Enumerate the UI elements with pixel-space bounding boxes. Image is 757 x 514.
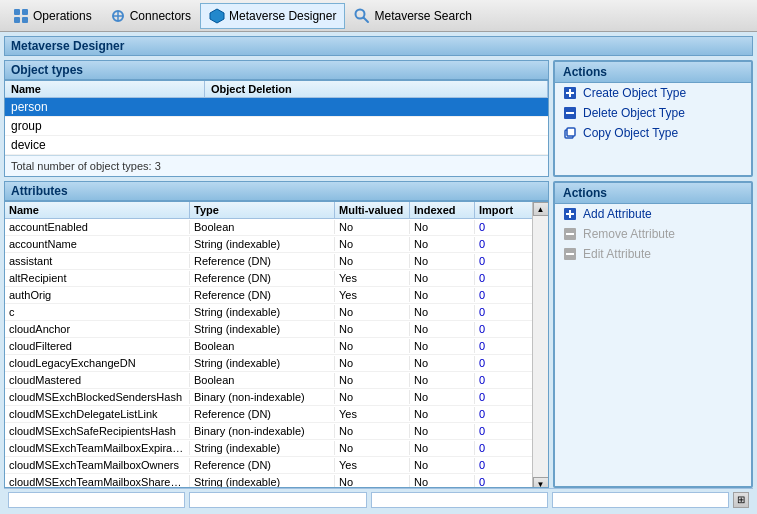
- attr-row[interactable]: altRecipient Reference (DN) Yes No 0: [5, 270, 532, 287]
- attr-row[interactable]: cloudMSExchSafeRecipientsHash Binary (no…: [5, 423, 532, 440]
- connectors-icon: [110, 8, 126, 24]
- attr-multi-cell: No: [335, 237, 410, 251]
- attr-row[interactable]: cloudMSExchDelegateListLink Reference (D…: [5, 406, 532, 423]
- attr-import-cell: 0: [475, 254, 525, 268]
- edit-attribute-action[interactable]: Edit Attribute: [555, 244, 751, 264]
- create-object-type-action[interactable]: Create Object Type: [555, 83, 751, 103]
- edit-attribute-icon: [563, 247, 577, 261]
- attr-type-cell: String (indexable): [190, 356, 335, 370]
- attr-type-cell: String (indexable): [190, 475, 335, 488]
- copy-object-type-label: Copy Object Type: [583, 126, 678, 140]
- create-object-icon: [563, 86, 577, 100]
- attr-import-cell: 0: [475, 237, 525, 251]
- attr-row[interactable]: accountName String (indexable) No No 0: [5, 236, 532, 253]
- object-row-device[interactable]: device: [5, 136, 548, 155]
- delete-object-type-label: Delete Object Type: [583, 106, 685, 120]
- attr-multi-cell: Yes: [335, 288, 410, 302]
- attr-row[interactable]: cloudMSExchTeamMailboxExpirati... String…: [5, 440, 532, 457]
- attributes-header: Attributes: [4, 181, 549, 201]
- operations-icon: [13, 8, 29, 24]
- status-icon[interactable]: ⊞: [733, 492, 749, 508]
- add-attribute-action[interactable]: Add Attribute: [555, 204, 751, 224]
- metaverse-search-label: Metaverse Search: [374, 9, 471, 23]
- add-attribute-label: Add Attribute: [583, 207, 652, 221]
- attr-multi-cell: No: [335, 322, 410, 336]
- attr-multi-cell: No: [335, 373, 410, 387]
- attr-multi-cell: No: [335, 475, 410, 488]
- attr-table-header: Name Type Multi-valued Indexed Import: [5, 202, 532, 219]
- create-object-type-label: Create Object Type: [583, 86, 686, 100]
- attr-scrollbar[interactable]: ▲ ▼: [532, 202, 548, 488]
- attr-row[interactable]: c String (indexable) No No 0: [5, 304, 532, 321]
- attr-import-cell: 0: [475, 407, 525, 421]
- attr-import-cell: 0: [475, 475, 525, 488]
- svg-rect-0: [14, 9, 20, 15]
- metaverse-designer-label: Metaverse Designer: [229, 9, 336, 23]
- attr-import-cell: 0: [475, 271, 525, 285]
- svg-rect-16: [567, 128, 575, 136]
- delete-object-type-action[interactable]: Delete Object Type: [555, 103, 751, 123]
- attr-multi-cell: No: [335, 339, 410, 353]
- attr-indexed-cell: No: [410, 305, 475, 319]
- scroll-down-arrow[interactable]: ▼: [533, 477, 549, 488]
- attr-indexed-cell: No: [410, 373, 475, 387]
- object-row-person[interactable]: person: [5, 98, 548, 117]
- attr-col-header-type: Type: [190, 202, 335, 218]
- attr-name-cell: cloudMSExchTeamMailboxExpirati...: [5, 441, 190, 455]
- operations-label: Operations: [33, 9, 92, 23]
- status-cell-4: [552, 492, 729, 508]
- object-row-group[interactable]: group: [5, 117, 548, 136]
- attr-type-cell: String (indexable): [190, 441, 335, 455]
- connectors-label: Connectors: [130, 9, 191, 23]
- object-name-person: person: [11, 100, 211, 114]
- page-title: Metaverse Designer: [4, 36, 753, 56]
- attr-type-cell: Boolean: [190, 339, 335, 353]
- attr-type-cell: Binary (non-indexable): [190, 424, 335, 438]
- status-cell-2: [189, 492, 366, 508]
- attr-multi-cell: Yes: [335, 458, 410, 472]
- object-types-header: Object types: [4, 60, 549, 80]
- copy-object-type-action[interactable]: Copy Object Type: [555, 123, 751, 143]
- metaverse-search-button[interactable]: Metaverse Search: [345, 3, 480, 29]
- attr-name-cell: cloudMSExchTeamMailboxOwners: [5, 458, 190, 472]
- attr-import-cell: 0: [475, 390, 525, 404]
- attr-multi-cell: No: [335, 441, 410, 455]
- attr-row[interactable]: cloudMastered Boolean No No 0: [5, 372, 532, 389]
- attr-row[interactable]: authOrig Reference (DN) Yes No 0: [5, 287, 532, 304]
- attr-row[interactable]: cloudMSExchTeamMailboxShareP... String (…: [5, 474, 532, 488]
- attr-type-cell: Reference (DN): [190, 288, 335, 302]
- attributes-table-wrapper: Name Type Multi-valued Indexed Import ac…: [5, 202, 548, 488]
- attr-row[interactable]: cloudMSExchTeamMailboxOwners Reference (…: [5, 457, 532, 474]
- attr-import-cell: 0: [475, 458, 525, 472]
- attr-row[interactable]: cloudLegacyExchangeDN String (indexable)…: [5, 355, 532, 372]
- attr-type-cell: Reference (DN): [190, 407, 335, 421]
- attr-type-cell: Reference (DN): [190, 458, 335, 472]
- attr-type-cell: Reference (DN): [190, 271, 335, 285]
- attributes-table: Name Type Multi-valued Indexed Import ac…: [4, 201, 549, 488]
- scroll-up-arrow[interactable]: ▲: [533, 202, 549, 216]
- attr-col-header-import: Import: [475, 202, 525, 218]
- attr-row[interactable]: cloudMSExchBlockedSendersHash Binary (no…: [5, 389, 532, 406]
- svg-marker-7: [210, 9, 224, 23]
- attr-type-cell: Boolean: [190, 220, 335, 234]
- object-actions-title: Actions: [555, 62, 751, 83]
- connectors-button[interactable]: Connectors: [101, 3, 200, 29]
- attr-row[interactable]: cloudAnchor String (indexable) No No 0: [5, 321, 532, 338]
- attr-multi-cell: No: [335, 356, 410, 370]
- attr-indexed-cell: No: [410, 339, 475, 353]
- attr-row[interactable]: assistant Reference (DN) No No 0: [5, 253, 532, 270]
- remove-attribute-action[interactable]: Remove Attribute: [555, 224, 751, 244]
- attr-indexed-cell: No: [410, 271, 475, 285]
- svg-line-9: [364, 17, 369, 22]
- metaverse-designer-button[interactable]: Metaverse Designer: [200, 3, 345, 29]
- attr-multi-cell: No: [335, 390, 410, 404]
- attr-row[interactable]: accountEnabled Boolean No No 0: [5, 219, 532, 236]
- object-types-footer: Total number of object types: 3: [5, 155, 548, 176]
- attr-name-cell: cloudMSExchTeamMailboxShareP...: [5, 475, 190, 488]
- attr-actions-title: Actions: [555, 183, 751, 204]
- operations-button[interactable]: Operations: [4, 3, 101, 29]
- attr-import-cell: 0: [475, 288, 525, 302]
- attr-name-cell: authOrig: [5, 288, 190, 302]
- attr-row[interactable]: cloudFiltered Boolean No No 0: [5, 338, 532, 355]
- attr-col-header-multi: Multi-valued: [335, 202, 410, 218]
